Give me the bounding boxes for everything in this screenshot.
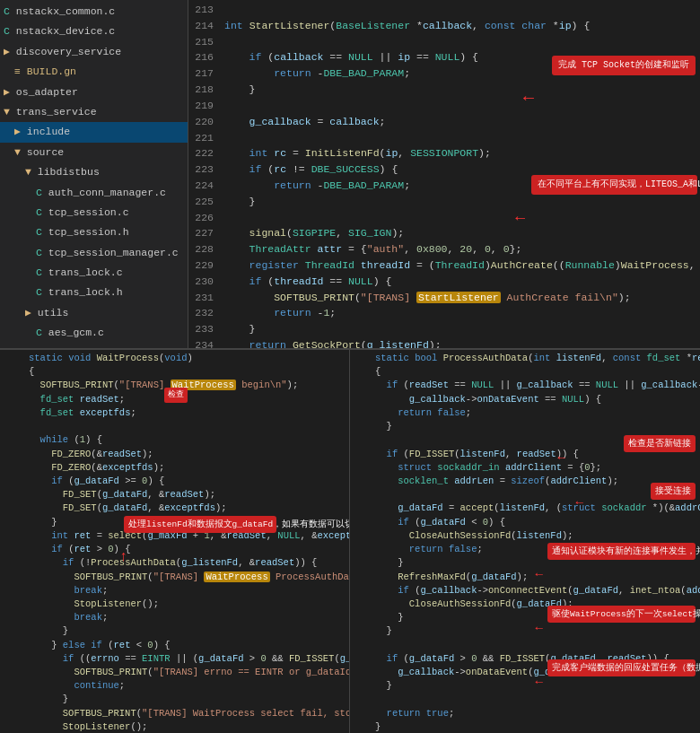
annotation-bl-1: 处理listenFd和数据报文g_dataFd，如果有数据可以切入来，Proce…	[124, 516, 276, 533]
bottom-left-panel: static void WaitProcess(void) { SOFTBUS_…	[0, 350, 350, 733]
annotation-tcp-socket: 完成 TCP Socket的创建和监听	[552, 56, 696, 75]
arrow-bl-1: ↑	[119, 547, 128, 568]
arrow-br-new-link: ←	[558, 449, 565, 467]
arrow-br-select: ←	[536, 619, 543, 637]
annotation-br-select: 驱使WaitProcess的下一次select操作，会监听新的id事件	[547, 606, 696, 623]
bottom-right-panel: static bool ProcessAuthData(int listenFd…	[350, 350, 700, 733]
sidebar-item-build-gn-1[interactable]: ≡ BUILD.gn	[0, 62, 188, 82]
sidebar-item-os-adapter[interactable]: ▶ os_adapter	[0, 83, 188, 102]
top-code-editor: 213 214 215 216 217 218 219 220 221 222 …	[188, 0, 700, 348]
file-explorer-sidebar[interactable]: C nstackx_common.c C nstackx_device.c ▶ …	[0, 0, 188, 348]
sidebar-item-tcp-session-c[interactable]: C tcp_session.c	[0, 203, 188, 223]
sidebar-item-source[interactable]: ▼ source	[0, 143, 188, 162]
sidebar-item-auth-conn[interactable]: C auth_conn_manager.c	[0, 183, 188, 203]
sidebar-item-aes-gcm[interactable]: C aes_gcm.c	[0, 323, 188, 343]
top-panel: C nstackx_common.c C nstackx_device.c ▶ …	[0, 0, 700, 350]
process-auth-data-code: static bool ProcessAuthData(int listenFd…	[350, 350, 700, 733]
sidebar-item-trans-lock-c[interactable]: C trans_lock.c	[0, 263, 188, 283]
bottom-left-line-numbers	[0, 350, 25, 733]
annotation-bl-small: 检查	[164, 388, 188, 403]
line-numbers-top: 213 214 215 216 217 218 219 220 221 222 …	[188, 0, 221, 348]
annotation-br-data: 完成客户端数据的回应处置任务（数据、被线接收的数据以DBE规范要求的规格）	[547, 659, 696, 676]
bottom-right-line-numbers	[350, 350, 372, 733]
sidebar-item-trans-lock-h[interactable]: C trans_lock.h	[0, 283, 188, 302]
annotation-br-notify: 通知认证模块有新的连接事件发生，并将addrClient的IP地址告知。	[547, 543, 696, 560]
sidebar-item-nstackx-common[interactable]: C nstackx_common.c	[0, 2, 188, 22]
wait-process-code: static void WaitProcess(void) { SOFTBUS_…	[0, 350, 349, 733]
sidebar-item-tcp-session-mgr[interactable]: C tcp_session_manager.c	[0, 243, 188, 263]
bottom-right-code-content: static bool ProcessAuthData(int listenFd…	[372, 350, 700, 733]
sidebar-item-trans-service[interactable]: ▼ trans_service	[0, 102, 188, 122]
sidebar-item-libdistbus[interactable]: ▼ libdistbus	[0, 162, 188, 182]
top-code-content: int StartListener(BaseListener *callback…	[221, 0, 700, 348]
sidebar-item-nstackx-device[interactable]: C nstackx_device.c	[0, 22, 188, 41]
bottom-left-code-content: static void WaitProcess(void) { SOFTBUS_…	[25, 350, 349, 733]
arrow-br-data: ←	[536, 673, 543, 691]
sidebar-item-include[interactable]: ▶ include	[0, 122, 188, 142]
sidebar-item-message[interactable]: C message.c	[0, 344, 188, 348]
arrow-br-notify: ←	[536, 565, 543, 583]
bottom-panels: static void WaitProcess(void) { SOFTBUS_…	[0, 350, 700, 733]
arrow-tcp-socket: ←	[523, 84, 534, 112]
sidebar-item-utils[interactable]: ▶ utils	[0, 303, 188, 323]
sidebar-item-discovery-service[interactable]: ▶ discovery_service	[0, 42, 188, 62]
arrow-platform: ←	[515, 206, 525, 231]
annotation-br-new-link: 检查是否新链接	[624, 435, 696, 452]
annotation-br-accept: 接受连接	[651, 483, 696, 500]
annotation-platform: 在不同平台上有不同实现，LITEOS_A和Linux上，AuthCreate()…	[531, 175, 697, 195]
sidebar-item-tcp-session-h[interactable]: C tcp_session.h	[0, 223, 188, 242]
arrow-br-accept: ←	[576, 493, 583, 511]
